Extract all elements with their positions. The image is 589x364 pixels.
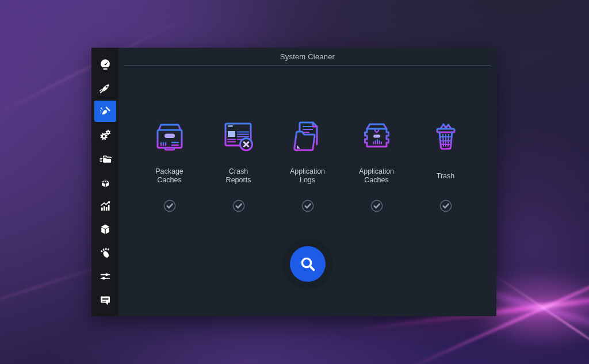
category-icon-wrap bbox=[427, 118, 465, 155]
cleaner-categories: Package CachesCrash ReportsApplication L… bbox=[118, 118, 496, 212]
item-box bbox=[94, 219, 116, 240]
title-separator bbox=[124, 65, 491, 66]
sliders-icon bbox=[99, 270, 112, 283]
category-application-logs: Application Logs bbox=[283, 118, 332, 212]
category-application-caches: Application Caches bbox=[352, 118, 401, 212]
bar-chart-icon bbox=[99, 200, 112, 212]
category-checkbox-application-caches[interactable] bbox=[370, 200, 383, 212]
package-disc-icon bbox=[99, 176, 112, 189]
category-checkbox-package-caches[interactable] bbox=[163, 200, 176, 212]
stacer-window: System Cleaner Package CachesCrash Repor… bbox=[91, 48, 496, 316]
gears-icon bbox=[99, 129, 112, 141]
scan-button-halo bbox=[282, 239, 333, 289]
titlebar: System Cleaner bbox=[118, 48, 496, 65]
speedometer-icon bbox=[99, 58, 112, 71]
category-label: Application Caches bbox=[354, 167, 400, 185]
sidebar-item-system-cleaner[interactable] bbox=[91, 99, 118, 123]
item-box bbox=[94, 242, 116, 263]
checkmark-icon bbox=[370, 200, 383, 212]
sidebar-item-dashboard[interactable] bbox=[91, 52, 118, 76]
item-box bbox=[94, 266, 116, 287]
item-box bbox=[94, 195, 116, 216]
category-label: Application Logs bbox=[285, 167, 331, 185]
sidebar-item-uninstaller[interactable] bbox=[91, 170, 118, 194]
page-title: System Cleaner bbox=[280, 52, 335, 61]
checkmark-icon bbox=[232, 200, 245, 212]
category-icon-wrap bbox=[151, 118, 189, 155]
rocket-icon bbox=[99, 82, 112, 94]
sidebar-item-processes[interactable] bbox=[91, 147, 118, 170]
sidebar-item-packages[interactable] bbox=[91, 217, 118, 241]
search-icon bbox=[299, 255, 316, 273]
sidebar-item-services[interactable] bbox=[91, 123, 118, 147]
item-box bbox=[94, 77, 116, 98]
sidebar-item-gnome-settings[interactable] bbox=[91, 241, 118, 265]
system-cleaner-page: System Cleaner Package CachesCrash Repor… bbox=[118, 48, 496, 316]
checkmark-icon bbox=[439, 200, 452, 212]
sidebar-item-feedback[interactable] bbox=[91, 288, 118, 312]
category-label: Crash Reports bbox=[216, 167, 262, 185]
scan-button[interactable] bbox=[290, 246, 326, 282]
category-icon-wrap bbox=[358, 118, 396, 155]
category-label: Package Caches bbox=[147, 167, 193, 185]
sidebar-item-startup-apps[interactable] bbox=[91, 76, 118, 99]
application-caches-icon bbox=[358, 118, 396, 155]
category-trash: Trash bbox=[421, 118, 471, 212]
item-box bbox=[94, 171, 116, 193]
folder-speed-icon bbox=[99, 152, 112, 165]
sidebar-item-resources[interactable] bbox=[91, 194, 118, 217]
category-package-caches: Package Caches bbox=[145, 118, 194, 212]
desktop: System Cleaner Package CachesCrash Repor… bbox=[0, 0, 589, 364]
chat-icon bbox=[99, 294, 112, 306]
sidebar-item-settings[interactable] bbox=[91, 265, 118, 288]
active-item-highlight bbox=[94, 101, 116, 122]
checkmark-icon bbox=[301, 200, 314, 212]
category-checkbox-application-logs[interactable] bbox=[301, 200, 314, 212]
broom-icon bbox=[99, 105, 112, 118]
scan-row bbox=[118, 239, 496, 289]
crash-reports-icon bbox=[220, 118, 258, 155]
item-box bbox=[94, 53, 116, 75]
trash-icon bbox=[427, 118, 465, 155]
category-checkbox-trash[interactable] bbox=[439, 200, 452, 212]
wallpaper-beam bbox=[484, 268, 589, 364]
category-checkbox-crash-reports[interactable] bbox=[232, 200, 245, 212]
item-box bbox=[94, 289, 116, 311]
sidebar bbox=[91, 48, 118, 316]
category-icon-wrap bbox=[220, 118, 258, 155]
item-box bbox=[94, 148, 116, 169]
category-label: Trash bbox=[423, 167, 469, 185]
category-icon-wrap bbox=[289, 118, 327, 155]
item-box bbox=[94, 124, 116, 145]
gnome-foot-icon bbox=[99, 247, 112, 259]
checkmark-icon bbox=[163, 200, 176, 212]
package-caches-icon bbox=[151, 118, 189, 155]
cube-icon bbox=[99, 223, 112, 236]
application-logs-icon bbox=[289, 118, 327, 155]
category-crash-reports: Crash Reports bbox=[214, 118, 263, 212]
